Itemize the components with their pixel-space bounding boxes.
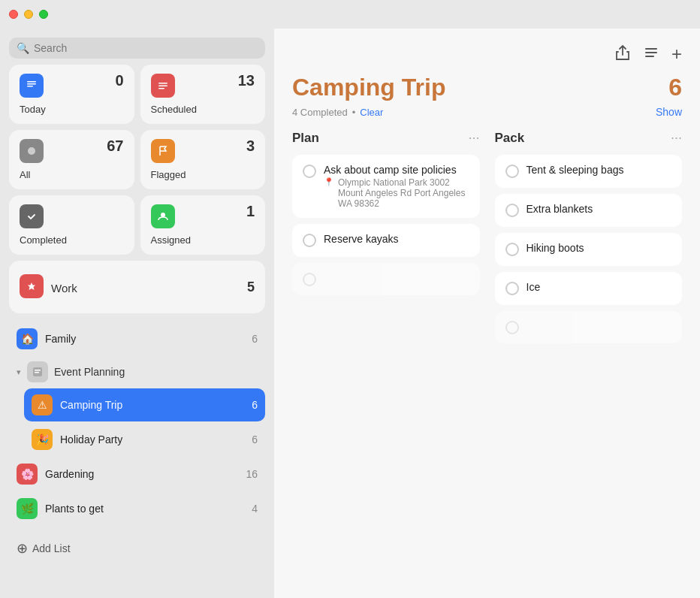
task-name-tent: Tent & sleeping bags: [527, 164, 672, 176]
smart-list-completed[interactable]: Completed: [9, 195, 134, 255]
smart-list-flagged[interactable]: 3 Flagged: [140, 130, 266, 189]
plan-column-title: Plan: [292, 131, 319, 146]
list-item-plants[interactable]: 🌿 Plants to get 4: [9, 492, 265, 525]
assigned-icon: [151, 204, 175, 228]
task-boots[interactable]: Hiking boots: [495, 233, 683, 266]
task-empty-plan[interactable]: [292, 263, 480, 295]
list-header-section: Camping Trip 6 4 Completed • Clear Show: [292, 74, 682, 130]
app-body: 🔍 0 Today 13: [0, 29, 700, 598]
work-icon: [20, 274, 44, 298]
gardening-name: Gardening: [45, 468, 238, 480]
plan-column-header: Plan ···: [292, 130, 480, 146]
task-checkbox-2[interactable]: [303, 234, 316, 247]
task-checkbox-ice[interactable]: [505, 282, 519, 295]
list-meta: 4 Completed • Clear Show: [292, 106, 682, 118]
maximize-button[interactable]: [39, 10, 48, 19]
task-ask-about-camp[interactable]: Ask about camp site policies 📍 Olympic N…: [292, 155, 480, 218]
holiday-party-icon: 🎉: [32, 429, 53, 450]
all-icon: [20, 139, 44, 163]
task-empty-pack[interactable]: [495, 311, 683, 343]
pin-icon: 📍: [324, 177, 334, 187]
task-ice[interactable]: Ice: [495, 272, 683, 305]
task-checkbox-empty: [303, 273, 316, 286]
pack-column-header: Pack ···: [495, 130, 683, 146]
show-button[interactable]: Show: [656, 106, 682, 118]
camping-trip-icon: ⚠: [32, 394, 53, 415]
columns: Plan ··· Ask about camp site policies 📍 …: [292, 130, 682, 583]
list-item-camping-trip[interactable]: ⚠ Camping Trip 6: [24, 388, 265, 421]
scheduled-icon: [151, 74, 175, 98]
task-checkbox-1[interactable]: [303, 165, 316, 178]
sidebar: 🔍 0 Today 13: [0, 29, 274, 598]
completed-icon: [20, 204, 44, 228]
gardening-count: 16: [246, 468, 258, 480]
event-planning-group[interactable]: ▾ Event Planning: [9, 357, 265, 387]
today-count: 0: [115, 72, 123, 89]
task-content-boots: Hiking boots: [527, 242, 672, 254]
assigned-count: 1: [246, 203, 255, 220]
svg-rect-2: [27, 86, 33, 87]
today-icon: [20, 74, 44, 98]
task-name-blankets: Extra blankets: [527, 203, 672, 215]
smart-list-work[interactable]: Work 5: [9, 261, 265, 313]
minimize-button[interactable]: [24, 10, 33, 19]
flagged-label: Flagged: [151, 169, 255, 180]
add-list-label: Add List: [32, 542, 71, 554]
list-item-gardening[interactable]: 🌸 Gardening 16: [9, 458, 265, 491]
svg-rect-11: [25, 210, 38, 223]
event-planning-label: Event Planning: [54, 366, 125, 378]
task-name-ice: Ice: [527, 281, 672, 293]
task-reserve-kayaks[interactable]: Reserve kayaks: [292, 224, 480, 257]
smart-list-all[interactable]: 67 All: [9, 130, 134, 189]
camping-trip-count: 6: [252, 399, 258, 411]
svg-point-13: [161, 213, 165, 217]
task-checkbox-boots[interactable]: [505, 243, 519, 256]
share-icon[interactable]: [614, 44, 631, 65]
smart-list-scheduled[interactable]: 13 Scheduled: [140, 65, 266, 124]
smart-list-assigned[interactable]: 1 Assigned: [140, 195, 266, 255]
plan-column: Plan ··· Ask about camp site policies 📍 …: [292, 130, 480, 583]
family-icon: 🏠: [17, 328, 38, 349]
meta-clear-button[interactable]: Clear: [360, 107, 383, 118]
svg-rect-17: [35, 370, 41, 371]
holiday-party-count: 6: [252, 433, 258, 445]
task-tent[interactable]: Tent & sleeping bags: [495, 155, 683, 188]
plants-name: Plants to get: [45, 503, 244, 515]
plan-more-button[interactable]: ···: [468, 130, 479, 146]
add-list-icon: ⊕: [17, 540, 28, 557]
list-item-holiday-party[interactable]: 🎉 Holiday Party 6: [24, 423, 265, 456]
meta-separator: •: [352, 107, 356, 118]
family-name: Family: [45, 333, 244, 345]
smart-list-today[interactable]: 0 Today: [9, 65, 134, 124]
holiday-party-name: Holiday Party: [60, 433, 244, 445]
list-total: 6: [668, 74, 682, 101]
svg-rect-1: [27, 83, 36, 85]
task-blankets[interactable]: Extra blankets: [495, 194, 683, 227]
scheduled-label: Scheduled: [151, 104, 255, 115]
task-name-boots: Hiking boots: [527, 242, 672, 254]
main-content: + Camping Trip 6 4 Completed • Clear Sho…: [274, 29, 700, 598]
pack-column: Pack ··· Tent & sleeping bags Extra blan…: [495, 130, 683, 583]
task-name-1: Ask about camp site policies: [324, 164, 469, 176]
plants-count: 4: [252, 503, 258, 515]
search-icon: 🔍: [17, 42, 29, 54]
add-list-button[interactable]: ⊕ Add List: [9, 534, 265, 563]
list-item-family[interactable]: 🏠 Family 6: [9, 322, 265, 355]
search-bar[interactable]: 🔍: [9, 38, 265, 59]
flagged-icon: [151, 139, 175, 163]
gardening-icon: 🌸: [17, 464, 38, 485]
task-checkbox-blankets[interactable]: [505, 204, 519, 217]
task-checkbox-empty-pack: [505, 321, 519, 334]
search-input[interactable]: [34, 42, 258, 54]
pack-more-button[interactable]: ···: [671, 130, 682, 146]
list-view-icon[interactable]: [643, 44, 659, 65]
svg-rect-21: [645, 56, 654, 57]
close-button[interactable]: [9, 10, 18, 19]
svg-rect-18: [35, 372, 39, 373]
add-task-icon[interactable]: +: [671, 44, 682, 65]
task-sub-1: 📍 Olympic National Park 3002 Mount Angel…: [324, 177, 469, 209]
titlebar: [0, 0, 700, 29]
task-checkbox-tent[interactable]: [505, 165, 519, 178]
all-count: 67: [107, 137, 123, 155]
meta-completed: 4 Completed: [292, 107, 348, 118]
